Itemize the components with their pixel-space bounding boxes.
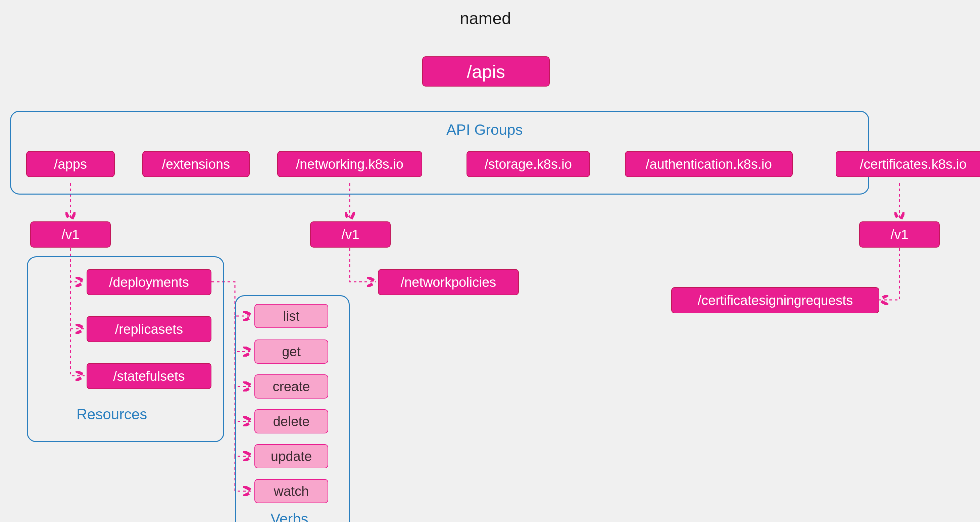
node-version-certificates: /v1 [859, 221, 940, 248]
group-label-api-groups: API Groups [446, 121, 523, 138]
node-version-networking: /v1 [310, 221, 391, 248]
node-resource-certificatesigningrequests: /certificatesigningrequests [671, 287, 879, 313]
node-version-apps: /v1 [30, 221, 111, 248]
node-resource-deployments: /deployments [87, 269, 212, 295]
group-label-resources: Resources [76, 406, 147, 423]
node-group-storage: /storage.k8s.io [466, 151, 590, 177]
node-group-certificates: /certificates.k8s.io [836, 151, 980, 177]
node-verb-watch: watch [255, 479, 328, 503]
node-resource-networkpolicies: /networkpolicies [378, 269, 519, 295]
node-group-networking: /networking.k8s.io [277, 151, 422, 177]
diagram-canvas: named /apis API Groups /apps /extensions… [0, 0, 980, 522]
node-group-authentication: /authentication.k8s.io [625, 151, 793, 177]
node-group-apps: /apps [26, 151, 115, 177]
node-resource-replicasets: /replicasets [87, 316, 212, 342]
node-root-apis: /apis [422, 56, 550, 87]
node-verb-create: create [255, 374, 328, 398]
node-verb-delete: delete [255, 409, 328, 433]
node-verb-list: list [255, 304, 328, 328]
diagram-title: named [460, 9, 511, 28]
group-label-verbs: Verbs [270, 511, 309, 522]
node-verb-update: update [255, 444, 328, 468]
node-group-extensions: /extensions [142, 151, 250, 177]
node-verb-get: get [255, 340, 328, 364]
node-resource-statefulsets: /statefulsets [87, 363, 212, 389]
